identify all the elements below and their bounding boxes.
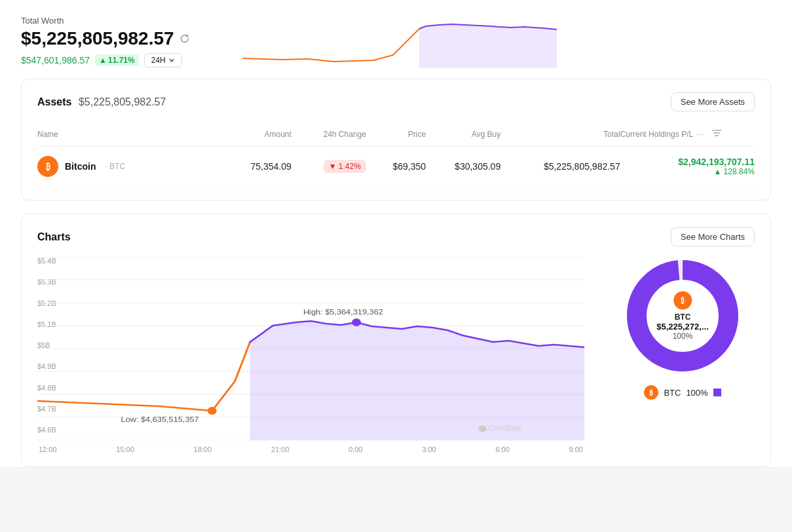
x-label-4: 21:00 bbox=[271, 446, 290, 453]
total-worth-label: Total Worth bbox=[21, 16, 190, 26]
legend-color-square bbox=[713, 389, 721, 396]
total-worth-value: $5,225,805,982.57 bbox=[21, 28, 190, 49]
svg-point-15 bbox=[208, 407, 217, 415]
asset-amount: 75,354.09 bbox=[217, 147, 292, 187]
line-chart-area: $5.4B $5.3B $5.2B $5.1B $5B $4.9B $4.8B … bbox=[37, 257, 584, 453]
btc-icon: ₿ bbox=[37, 156, 58, 177]
see-more-assets-button[interactable]: See More Assets bbox=[671, 92, 755, 111]
x-label-2: 15:00 bbox=[116, 446, 134, 453]
period-selector[interactable]: 24H bbox=[144, 53, 182, 67]
col-amount: Amount bbox=[217, 122, 292, 147]
x-label-1: 12:00 bbox=[39, 446, 57, 453]
assets-section: Assets $5,225,805,982.57 See More Assets… bbox=[21, 79, 771, 200]
asset-avg-buy: $30,305.09 bbox=[426, 147, 500, 187]
refresh-icon[interactable] bbox=[179, 33, 190, 44]
asset-change: ▼ 1.42% bbox=[292, 147, 366, 187]
donut-btc-icon: ₿ bbox=[673, 292, 692, 310]
filter-icon[interactable] bbox=[711, 127, 723, 141]
change-pct-badge: ▲ 11.71% bbox=[95, 54, 139, 66]
col-total: Total bbox=[500, 122, 620, 147]
table-row: ₿ Bitcoin · BTC 75,354.09 ▼ 1.42% $69,35… bbox=[37, 147, 755, 187]
svg-point-14 bbox=[352, 318, 361, 326]
charts-title: Charts bbox=[37, 231, 71, 243]
charts-section: Charts See More Charts $5.4B $5.3B $5.2B… bbox=[21, 214, 771, 467]
legend-btc-icon: ₿ bbox=[644, 385, 658, 400]
see-more-charts-button[interactable]: See More Charts bbox=[671, 227, 755, 246]
donut-chart-area: ₿ BTC $5,225,272,... 100% ₿ BTC 100% bbox=[611, 257, 755, 400]
donut-label: BTC bbox=[656, 313, 709, 322]
svg-marker-13 bbox=[250, 321, 584, 440]
assets-title: Assets $5,225,805,982.57 bbox=[37, 96, 166, 108]
donut-legend: ₿ BTC 100% bbox=[644, 385, 721, 400]
legend-name: BTC bbox=[664, 388, 681, 398]
x-label-8: 9:00 bbox=[569, 446, 583, 453]
col-avg-buy: Avg Buy bbox=[426, 122, 500, 147]
assets-table: Name Amount 24h Change Price Avg Buy Tot… bbox=[37, 122, 755, 187]
x-label-6: 3:00 bbox=[422, 446, 436, 453]
col-holdings-pl: Current Holdings P/L ··· bbox=[620, 122, 755, 147]
legend-pct: 100% bbox=[686, 388, 707, 398]
x-label-5: 0:00 bbox=[349, 446, 362, 453]
svg-text:⬤ CoinStats: ⬤ CoinStats bbox=[478, 425, 522, 432]
donut-chart: ₿ BTC $5,225,272,... 100% bbox=[624, 257, 742, 375]
svg-text:High: $5,364,319,362: High: $5,364,319,362 bbox=[303, 308, 383, 316]
donut-pct: 100% bbox=[656, 332, 709, 341]
svg-text:Low: $4,635,515,357: Low: $4,635,515,357 bbox=[121, 415, 200, 424]
asset-name-cell: ₿ Bitcoin · BTC bbox=[37, 147, 217, 187]
asset-price: $69,350 bbox=[366, 147, 426, 187]
col-name: Name bbox=[37, 122, 217, 147]
header-chart bbox=[242, 16, 771, 68]
col-change: 24h Change bbox=[292, 122, 366, 147]
svg-marker-0 bbox=[419, 24, 557, 68]
col-price: Price bbox=[366, 122, 426, 147]
change-amount: $547,601,986.57 bbox=[21, 55, 90, 66]
x-label-3: 18:00 bbox=[194, 446, 212, 453]
asset-total: $5,225,805,982.57 bbox=[500, 147, 620, 187]
donut-value: $5,225,272,... bbox=[656, 322, 709, 332]
x-label-7: 6:00 bbox=[495, 446, 509, 453]
asset-holdings-pl: $2,942,193,707.11 ▲ 128.84% bbox=[620, 147, 755, 187]
